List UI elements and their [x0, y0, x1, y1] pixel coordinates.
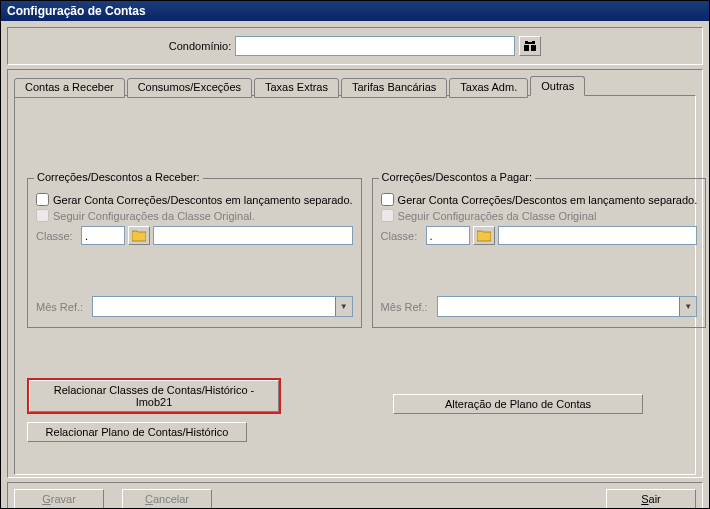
- classe-code-pagar[interactable]: [426, 226, 470, 245]
- mesref-row-receber: Mês Ref.: ▼: [36, 296, 353, 317]
- binoculars-icon: [523, 39, 537, 53]
- sair-button[interactable]: Sair: [606, 489, 696, 509]
- chevron-down-icon: ▼: [335, 297, 352, 316]
- group-pagar-legend: Correções/Descontos a Pagar:: [379, 171, 535, 183]
- folder-icon: [132, 230, 146, 242]
- classe-row-pagar: Classe:: [381, 226, 698, 245]
- tab-taxas-adm[interactable]: Taxas Adm.: [449, 78, 528, 98]
- group-receber-legend: Correções/Descontos a Receber:: [34, 171, 203, 183]
- tab-taxas-extras[interactable]: Taxas Extras: [254, 78, 339, 98]
- btn-plano-wrap: Relacionar Plano de Contas/Histórico: [27, 422, 683, 442]
- group-correcoes-pagar: Correções/Descontos a Pagar: Gerar Conta…: [372, 178, 707, 328]
- tab-outras[interactable]: Outras: [530, 76, 585, 96]
- tab-row: Contas a Receber Consumos/Exceções Taxas…: [14, 76, 696, 96]
- chk-row-receber-1: Gerar Conta Correções/Descontos em lança…: [36, 193, 353, 206]
- classe-desc-pagar[interactable]: [498, 226, 698, 245]
- chk-row-pagar-1: Gerar Conta Correções/Descontos em lança…: [381, 193, 698, 206]
- chk-row-receber-2: Seguir Configurações da Classe Original.: [36, 209, 353, 222]
- highlighted-button-frame: Relacionar Classes de Contas/Histórico -…: [27, 378, 281, 414]
- folder-icon: [477, 230, 491, 242]
- chk-seguir-config-receber-label: Seguir Configurações da Classe Original.: [53, 210, 255, 222]
- classe-code-receber[interactable]: [81, 226, 125, 245]
- classe-label-pagar: Classe:: [381, 230, 423, 242]
- window-content: Condomínio: Contas a Receber Consumos/Ex…: [1, 21, 709, 509]
- window-title: Configuração de Contas: [7, 4, 146, 18]
- chevron-down-icon: ▼: [679, 297, 696, 316]
- relacionar-plano-button[interactable]: Relacionar Plano de Contas/Histórico: [27, 422, 247, 442]
- mesref-combo-pagar[interactable]: ▼: [437, 296, 698, 317]
- tab-consumos[interactable]: Consumos/Exceções: [127, 78, 252, 98]
- chk-gerar-conta-pagar[interactable]: [381, 193, 394, 206]
- window-titlebar: Configuração de Contas: [1, 1, 709, 21]
- gravar-button: Gravar: [14, 489, 104, 509]
- condominio-label: Condomínio:: [169, 40, 231, 52]
- cancelar-button: Cancelar: [122, 489, 212, 509]
- classe-desc-receber[interactable]: [153, 226, 353, 245]
- footer-panel: Gravar Cancelar Sair: [7, 482, 703, 509]
- groups-row: Correções/Descontos a Receber: Gerar Con…: [27, 178, 683, 328]
- condominio-panel: Condomínio:: [7, 27, 703, 65]
- classe-label-receber: Classe:: [36, 230, 78, 242]
- tabs-container: Contas a Receber Consumos/Exceções Taxas…: [7, 69, 703, 478]
- tab-contas-receber[interactable]: Contas a Receber: [14, 78, 125, 98]
- binoculars-search-button[interactable]: [519, 36, 541, 56]
- tab-tarifas-bancarias[interactable]: Tarifas Bancárias: [341, 78, 447, 98]
- group-correcoes-receber: Correções/Descontos a Receber: Gerar Con…: [27, 178, 362, 328]
- mesref-label-pagar: Mês Ref.:: [381, 301, 433, 313]
- chk-gerar-conta-pagar-label: Gerar Conta Correções/Descontos em lança…: [398, 194, 698, 206]
- chk-seguir-config-pagar: [381, 209, 394, 222]
- classe-browse-receber[interactable]: [128, 226, 150, 245]
- mesref-row-pagar: Mês Ref.: ▼: [381, 296, 698, 317]
- mesref-label-receber: Mês Ref.:: [36, 301, 88, 313]
- chk-seguir-config-pagar-label: Seguir Configurações da Classe Original: [398, 210, 597, 222]
- condominio-input[interactable]: [235, 36, 515, 56]
- chk-seguir-config-receber: [36, 209, 49, 222]
- classe-row-receber: Classe:: [36, 226, 353, 245]
- chk-row-pagar-2: Seguir Configurações da Classe Original: [381, 209, 698, 222]
- mesref-combo-receber[interactable]: ▼: [92, 296, 353, 317]
- footer-spacer: [230, 489, 588, 509]
- tab-body-outras: Correções/Descontos a Receber: Gerar Con…: [14, 95, 696, 475]
- classe-browse-pagar[interactable]: [473, 226, 495, 245]
- chk-gerar-conta-receber[interactable]: [36, 193, 49, 206]
- alteracao-plano-button[interactable]: Alteração de Plano de Contas: [393, 394, 643, 414]
- relacionar-classes-button[interactable]: Relacionar Classes de Contas/Histórico -…: [29, 380, 279, 412]
- chk-gerar-conta-receber-label: Gerar Conta Correções/Descontos em lança…: [53, 194, 353, 206]
